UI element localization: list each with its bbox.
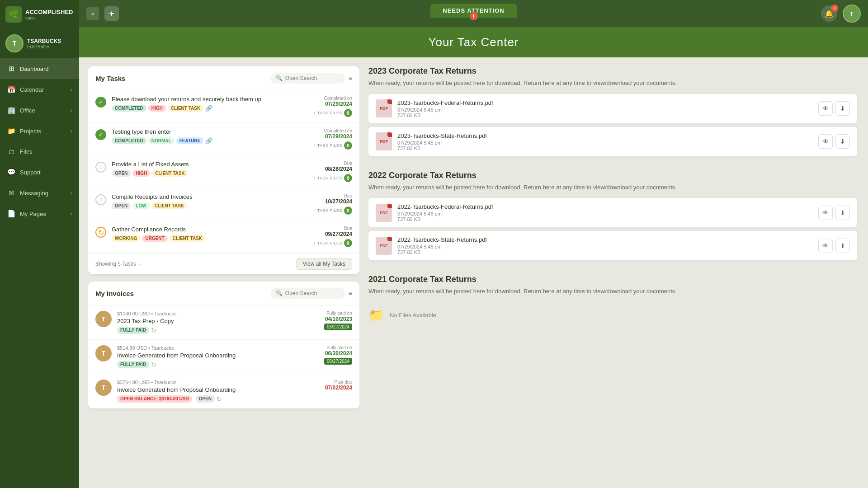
task-files-badge: 0 xyxy=(344,109,352,117)
notification-button[interactable]: 🔔 4 xyxy=(821,5,837,22)
tag-client-task: CLIENT TASK xyxy=(152,170,188,177)
invoice-name: Invoice Generated from Proposal Onboardi… xyxy=(117,386,306,393)
tag-urgent: URGENT xyxy=(142,235,167,242)
task-check-working[interactable]: ↻ xyxy=(95,227,106,238)
profile-area[interactable]: T TSARBUCKS Edit Profile xyxy=(0,29,79,58)
table-row: ↻ Gather Compliance Records WORKING URGE… xyxy=(88,221,359,253)
sidebar-item-support[interactable]: 💬 Support xyxy=(0,162,79,183)
date-label: Completed on xyxy=(302,96,352,101)
invoices-search-input[interactable] xyxy=(285,290,340,296)
edit-profile-link[interactable]: Edit Profile xyxy=(27,44,61,49)
view-file-button[interactable]: 👁 xyxy=(818,134,833,149)
link-icon[interactable]: 🔗 xyxy=(205,137,212,144)
download-file-button[interactable]: ⬇ xyxy=(835,206,850,220)
link-icon[interactable]: 🔗 xyxy=(205,105,212,112)
file-name: 2023-Tsarbucks-State-Returns.pdf xyxy=(397,132,813,139)
task-body: Please download your returns and securel… xyxy=(112,96,297,112)
invoice-name: 2023 Tax Prep - Copy xyxy=(117,318,306,324)
sidebar-item-calendar[interactable]: 📅 Calendar › xyxy=(0,79,79,100)
dashboard-icon: ⊞ xyxy=(7,65,15,73)
file-actions: 👁 ⬇ xyxy=(818,101,850,116)
file-info: 2023-Tsarbucks-State-Returns.pdf 07/29/2… xyxy=(397,132,813,151)
logo-sub: cpas xyxy=(25,15,73,20)
no-files-area: 📁 No Files Available xyxy=(368,302,857,328)
invoices-card-title: My Invoices xyxy=(95,290,134,297)
sidebar-item-dashboard[interactable]: ⊞ Dashboard xyxy=(0,58,79,79)
file-meta: 07/29/2024 5:46 pm 737.82 KB xyxy=(397,211,813,222)
add-button[interactable]: + xyxy=(104,6,119,21)
invoice-name: Invoice Generated from Proposal Onboardi… xyxy=(117,352,306,359)
tag-open-balance: OPEN BALANCE: $3764.80 USD xyxy=(117,395,192,403)
invoice-status-label: Fully paid on xyxy=(311,345,352,350)
file-actions: 👁 ⬇ xyxy=(818,134,850,149)
tax-section-title: 2021 Corporate Tax Returns xyxy=(368,275,857,284)
no-files-text: No Files Available xyxy=(390,312,436,319)
file-meta: 07/29/2024 5:45 pm 737.82 KB xyxy=(397,140,813,151)
sync-icon[interactable]: ↻ xyxy=(151,361,156,368)
avatar: T xyxy=(95,345,112,361)
tag-open: OPEN xyxy=(112,202,131,209)
task-check-open[interactable]: ○ xyxy=(95,194,106,205)
sidebar-item-office[interactable]: 🏢 Office › xyxy=(0,100,79,121)
task-body: Gather Compliance Records WORKING URGENT… xyxy=(112,226,297,242)
invoice-body: $514.80 USD • Tsarbucks Invoice Generate… xyxy=(117,345,306,368)
view-file-button[interactable]: 👁 xyxy=(818,101,833,116)
sidebar-item-projects[interactable]: 📁 Projects › xyxy=(0,121,79,141)
tax-section-2023: 2023 Corporate Tax Returns When ready, y… xyxy=(368,66,857,160)
sync-icon[interactable]: ↻ xyxy=(217,395,222,403)
task-files-label: ↑ TASK FILES xyxy=(314,111,342,115)
task-body: Testing type then enter COMPLETED NORMAL… xyxy=(112,128,297,144)
topbar: « + NEEDS ATTENTION ! 🔔 4 T xyxy=(79,0,868,27)
task-check-completed[interactable]: ✓ xyxy=(95,97,106,108)
file-actions: 👁 ⬇ xyxy=(818,239,850,253)
tasks-filter-button[interactable]: ≡ xyxy=(349,75,352,82)
pdf-icon: PDF xyxy=(376,132,392,150)
table-row: ○ Compile Receipts and Invoices OPEN LOW… xyxy=(88,188,359,221)
showing-tasks-text: Showing 5 Tasks → xyxy=(95,261,143,267)
task-check-open[interactable]: ○ xyxy=(95,162,106,173)
sidebar-item-mypages[interactable]: 📄 My Pages › xyxy=(0,203,79,224)
chevron-right-icon: › xyxy=(71,191,72,196)
avatar: T xyxy=(5,34,24,52)
date-label: Due xyxy=(302,193,352,198)
invoice-meta: $3764.80 USD • Tsarbucks xyxy=(117,380,306,385)
task-body: Provide a List of Fixed Assets OPEN HIGH… xyxy=(112,161,297,177)
sidebar-item-messaging[interactable]: ✉ Messaging › xyxy=(0,183,79,203)
tasks-card-footer: Showing 5 Tasks → View all My Tasks xyxy=(88,253,359,274)
invoice-body: $1040.00 USD • Tsarbucks 2023 Tax Prep -… xyxy=(117,311,306,334)
search-icon: 🔍 xyxy=(276,75,283,81)
sidebar-item-label: Files xyxy=(20,148,32,155)
tasks-card-title: My Tasks xyxy=(95,75,125,82)
file-item: PDF 2022-Tsarbucks-State-Returns.pdf 07/… xyxy=(368,231,857,260)
task-name: Provide a List of Fixed Assets xyxy=(112,161,297,168)
download-file-button[interactable]: ⬇ xyxy=(835,101,850,116)
avatar: T xyxy=(95,311,112,327)
view-file-button[interactable]: 👁 xyxy=(818,239,833,253)
tag-high: HIGH xyxy=(132,170,150,177)
tasks-search-input[interactable] xyxy=(285,75,340,81)
page-title: Your Tax Center xyxy=(94,35,854,49)
view-all-tasks-button[interactable]: View all My Tasks xyxy=(296,258,352,270)
list-item: T $1040.00 USD • Tsarbucks 2023 Tax Prep… xyxy=(88,305,359,340)
task-check-completed[interactable]: ✓ xyxy=(95,129,106,140)
support-icon: 💬 xyxy=(7,168,15,176)
download-file-button[interactable]: ⬇ xyxy=(835,239,850,253)
tag-client-task: CLIENT TASK xyxy=(170,235,205,242)
tax-section-description: When ready, your returns will be posted … xyxy=(368,183,857,192)
my-invoices-card: My Invoices 🔍 ≡ T $1040.00 USD • Tsarbuc… xyxy=(88,282,359,408)
task-body: Compile Receipts and Invoices OPEN LOW C… xyxy=(112,193,297,209)
tax-section-description: When ready, your returns will be posted … xyxy=(368,79,857,88)
task-files-badge: 0 xyxy=(344,141,352,150)
task-files-area: ↑ TASK FILES 0 xyxy=(302,109,352,117)
content-area: My Tasks 🔍 ≡ ✓ Please download your retu… xyxy=(79,57,868,488)
invoices-card-header: My Invoices 🔍 ≡ xyxy=(88,282,359,305)
view-file-button[interactable]: 👁 xyxy=(818,206,833,220)
user-avatar-top[interactable]: T xyxy=(843,5,861,23)
tax-section-description: When ready, your returns will be posted … xyxy=(368,287,857,296)
download-file-button[interactable]: ⬇ xyxy=(835,134,850,149)
sidebar-item-files[interactable]: 🗂 Files xyxy=(0,141,79,162)
invoices-filter-button[interactable]: ≡ xyxy=(349,290,352,297)
tasks-search-area: 🔍 xyxy=(270,73,345,84)
collapse-sidebar-button[interactable]: « xyxy=(86,7,99,20)
sync-icon[interactable]: ↻ xyxy=(151,327,156,334)
